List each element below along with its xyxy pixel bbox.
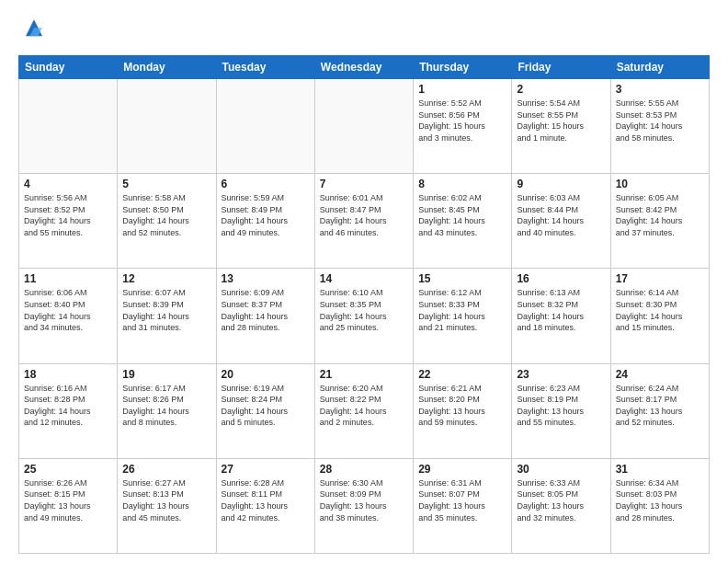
day-info: Sunrise: 6:23 AM Sunset: 8:19 PM Dayligh… xyxy=(517,383,605,429)
day-number: 2 xyxy=(517,83,605,96)
weekday-header-sunday: Sunday xyxy=(19,56,118,79)
day-info: Sunrise: 6:14 AM Sunset: 8:30 PM Dayligh… xyxy=(616,287,704,333)
day-cell: 13Sunrise: 6:09 AM Sunset: 8:37 PM Dayli… xyxy=(216,269,314,363)
day-number: 26 xyxy=(122,463,210,476)
day-info: Sunrise: 6:27 AM Sunset: 8:13 PM Dayligh… xyxy=(122,477,210,523)
day-number: 30 xyxy=(517,463,605,476)
day-cell: 19Sunrise: 6:17 AM Sunset: 8:26 PM Dayli… xyxy=(118,363,216,458)
day-cell xyxy=(314,79,413,174)
day-cell: 25Sunrise: 6:26 AM Sunset: 8:15 PM Dayli… xyxy=(19,458,118,553)
weekday-header-saturday: Saturday xyxy=(610,56,709,79)
day-number: 27 xyxy=(222,463,310,476)
day-info: Sunrise: 6:13 AM Sunset: 8:32 PM Dayligh… xyxy=(517,287,605,333)
day-number: 28 xyxy=(320,463,408,476)
day-info: Sunrise: 6:06 AM Sunset: 8:40 PM Dayligh… xyxy=(24,287,112,333)
day-cell: 14Sunrise: 6:10 AM Sunset: 8:35 PM Dayli… xyxy=(314,269,413,363)
day-cell: 1Sunrise: 5:52 AM Sunset: 8:56 PM Daylig… xyxy=(414,79,512,174)
day-number: 24 xyxy=(616,368,704,381)
day-number: 4 xyxy=(24,178,112,190)
day-info: Sunrise: 6:03 AM Sunset: 8:44 PM Dayligh… xyxy=(517,192,605,238)
day-cell: 24Sunrise: 6:24 AM Sunset: 8:17 PM Dayli… xyxy=(610,363,709,458)
day-cell: 9Sunrise: 6:03 AM Sunset: 8:44 PM Daylig… xyxy=(512,174,610,269)
day-number: 9 xyxy=(517,178,605,190)
day-number: 19 xyxy=(122,368,210,381)
day-cell: 5Sunrise: 5:58 AM Sunset: 8:50 PM Daylig… xyxy=(118,174,216,269)
day-number: 29 xyxy=(418,463,506,476)
day-number: 22 xyxy=(418,368,506,381)
day-cell: 8Sunrise: 6:02 AM Sunset: 8:45 PM Daylig… xyxy=(414,174,512,269)
day-number: 21 xyxy=(320,368,408,381)
day-info: Sunrise: 5:55 AM Sunset: 8:53 PM Dayligh… xyxy=(616,98,704,144)
weekday-header-friday: Friday xyxy=(512,56,610,79)
logo xyxy=(18,15,48,46)
weekday-header-wednesday: Wednesday xyxy=(314,56,413,79)
day-number: 17 xyxy=(616,272,704,285)
day-cell: 20Sunrise: 6:19 AM Sunset: 8:24 PM Dayli… xyxy=(216,363,314,458)
day-cell: 7Sunrise: 6:01 AM Sunset: 8:47 PM Daylig… xyxy=(314,174,413,269)
day-info: Sunrise: 6:01 AM Sunset: 8:47 PM Dayligh… xyxy=(320,192,408,238)
day-cell: 3Sunrise: 5:55 AM Sunset: 8:53 PM Daylig… xyxy=(610,79,709,174)
day-cell xyxy=(19,79,118,174)
week-row-2: 4Sunrise: 5:56 AM Sunset: 8:52 PM Daylig… xyxy=(19,174,710,269)
day-info: Sunrise: 6:26 AM Sunset: 8:15 PM Dayligh… xyxy=(24,477,112,523)
page: SundayMondayTuesdayWednesdayThursdayFrid… xyxy=(0,0,728,563)
day-cell: 22Sunrise: 6:21 AM Sunset: 8:20 PM Dayli… xyxy=(414,363,512,458)
day-info: Sunrise: 6:24 AM Sunset: 8:17 PM Dayligh… xyxy=(616,383,704,429)
day-info: Sunrise: 5:52 AM Sunset: 8:56 PM Dayligh… xyxy=(418,98,506,144)
day-cell: 2Sunrise: 5:54 AM Sunset: 8:55 PM Daylig… xyxy=(512,79,610,174)
day-number: 20 xyxy=(222,368,310,381)
day-number: 8 xyxy=(418,178,506,190)
day-cell: 23Sunrise: 6:23 AM Sunset: 8:19 PM Dayli… xyxy=(512,363,610,458)
day-cell: 29Sunrise: 6:31 AM Sunset: 8:07 PM Dayli… xyxy=(414,458,512,553)
day-number: 6 xyxy=(222,178,310,190)
day-info: Sunrise: 6:30 AM Sunset: 8:09 PM Dayligh… xyxy=(320,477,408,523)
day-info: Sunrise: 6:21 AM Sunset: 8:20 PM Dayligh… xyxy=(418,383,506,429)
day-info: Sunrise: 6:31 AM Sunset: 8:07 PM Dayligh… xyxy=(418,477,506,523)
day-info: Sunrise: 6:20 AM Sunset: 8:22 PM Dayligh… xyxy=(320,383,408,429)
day-info: Sunrise: 6:07 AM Sunset: 8:39 PM Dayligh… xyxy=(122,287,210,333)
day-cell: 6Sunrise: 5:59 AM Sunset: 8:49 PM Daylig… xyxy=(216,174,314,269)
day-number: 13 xyxy=(222,272,310,285)
day-number: 12 xyxy=(122,272,210,285)
day-cell: 17Sunrise: 6:14 AM Sunset: 8:30 PM Dayli… xyxy=(610,269,709,363)
day-cell: 26Sunrise: 6:27 AM Sunset: 8:13 PM Dayli… xyxy=(118,458,216,553)
weekday-header-row: SundayMondayTuesdayWednesdayThursdayFrid… xyxy=(19,56,710,79)
day-number: 14 xyxy=(320,272,408,285)
day-cell: 27Sunrise: 6:28 AM Sunset: 8:11 PM Dayli… xyxy=(216,458,314,553)
day-cell: 10Sunrise: 6:05 AM Sunset: 8:42 PM Dayli… xyxy=(610,174,709,269)
day-cell: 15Sunrise: 6:12 AM Sunset: 8:33 PM Dayli… xyxy=(414,269,512,363)
day-info: Sunrise: 6:02 AM Sunset: 8:45 PM Dayligh… xyxy=(418,192,506,238)
day-number: 11 xyxy=(24,272,112,285)
day-info: Sunrise: 6:28 AM Sunset: 8:11 PM Dayligh… xyxy=(222,477,310,523)
day-number: 10 xyxy=(616,178,704,190)
header xyxy=(18,15,710,46)
day-info: Sunrise: 6:17 AM Sunset: 8:26 PM Dayligh… xyxy=(122,383,210,429)
week-row-5: 25Sunrise: 6:26 AM Sunset: 8:15 PM Dayli… xyxy=(19,458,710,553)
day-number: 7 xyxy=(320,178,408,190)
day-info: Sunrise: 5:54 AM Sunset: 8:55 PM Dayligh… xyxy=(517,98,605,144)
day-cell: 4Sunrise: 5:56 AM Sunset: 8:52 PM Daylig… xyxy=(19,174,118,269)
day-info: Sunrise: 5:56 AM Sunset: 8:52 PM Dayligh… xyxy=(24,192,112,238)
day-info: Sunrise: 6:09 AM Sunset: 8:37 PM Dayligh… xyxy=(222,287,310,333)
day-info: Sunrise: 6:33 AM Sunset: 8:05 PM Dayligh… xyxy=(517,477,605,523)
day-number: 31 xyxy=(616,463,704,476)
day-info: Sunrise: 6:34 AM Sunset: 8:03 PM Dayligh… xyxy=(616,477,704,523)
day-cell: 16Sunrise: 6:13 AM Sunset: 8:32 PM Dayli… xyxy=(512,269,610,363)
week-row-1: 1Sunrise: 5:52 AM Sunset: 8:56 PM Daylig… xyxy=(19,79,710,174)
day-info: Sunrise: 6:19 AM Sunset: 8:24 PM Dayligh… xyxy=(222,383,310,429)
calendar-table: SundayMondayTuesdayWednesdayThursdayFrid… xyxy=(18,55,710,554)
day-cell: 28Sunrise: 6:30 AM Sunset: 8:09 PM Dayli… xyxy=(314,458,413,553)
weekday-header-thursday: Thursday xyxy=(414,56,512,79)
logo-icon xyxy=(20,15,48,42)
day-info: Sunrise: 5:58 AM Sunset: 8:50 PM Dayligh… xyxy=(122,192,210,238)
day-cell xyxy=(118,79,216,174)
day-info: Sunrise: 6:12 AM Sunset: 8:33 PM Dayligh… xyxy=(418,287,506,333)
day-info: Sunrise: 6:16 AM Sunset: 8:28 PM Dayligh… xyxy=(24,383,112,429)
weekday-header-tuesday: Tuesday xyxy=(216,56,314,79)
weekday-header-monday: Monday xyxy=(118,56,216,79)
day-number: 18 xyxy=(24,368,112,381)
day-cell: 18Sunrise: 6:16 AM Sunset: 8:28 PM Dayli… xyxy=(19,363,118,458)
day-info: Sunrise: 5:59 AM Sunset: 8:49 PM Dayligh… xyxy=(222,192,310,238)
day-info: Sunrise: 6:05 AM Sunset: 8:42 PM Dayligh… xyxy=(616,192,704,238)
day-number: 3 xyxy=(616,83,704,96)
